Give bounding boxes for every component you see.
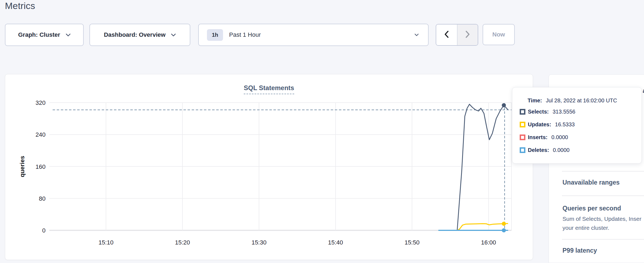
tooltip-series-value: 0.0000 (553, 147, 570, 153)
time-range-dropdown[interactable]: 1h Past 1 Hour (198, 24, 429, 46)
tooltip-series-row: Selects: 313.5556 (512, 105, 642, 118)
chevron-down-icon (66, 33, 71, 36)
now-button[interactable]: Now (483, 24, 515, 45)
tooltip-series-row: Inserts: 0.0000 (512, 131, 642, 144)
sidebar-item-unavailable-ranges: Unavailable ranges (562, 179, 620, 186)
tooltip-time-row: Time: Jul 28, 2022 at 16:02:00 UTC (512, 96, 642, 105)
dashboard-label: Dashboard: Overview (104, 31, 165, 38)
tooltip-series-label: Selects: (528, 109, 549, 115)
tooltip-series-row: Deletes: 0.0000 (512, 144, 642, 157)
svg-text:15:20: 15:20 (175, 239, 190, 246)
svg-text:15:50: 15:50 (405, 239, 420, 246)
divider (562, 195, 644, 196)
chevron-left-icon (444, 30, 449, 39)
time-range-badge: 1h (207, 29, 223, 41)
page-title: Metrics (5, 1, 35, 11)
svg-text:240: 240 (35, 131, 46, 138)
graph-scope-label: Graph: Cluster (18, 31, 60, 38)
tooltip-series-row: Updates: 16.5333 (512, 118, 642, 131)
time-range-label: Past 1 Hour (229, 31, 261, 38)
sidebar-item-p99-latency: P99 latency (562, 247, 597, 254)
deletes-series-swatch-icon (520, 147, 525, 153)
clipped-sidebar-text: a (643, 87, 644, 94)
svg-text:queries: queries (19, 156, 26, 177)
tooltip-time-value: Jul 28, 2022 at 16:02:00 UTC (546, 97, 617, 104)
chevron-down-icon (171, 33, 176, 36)
chevron-down-icon (414, 33, 419, 36)
tooltip-time-label: Time: (528, 97, 542, 104)
svg-text:0: 0 (42, 227, 46, 234)
svg-text:80: 80 (39, 195, 46, 202)
dashboard-dropdown[interactable]: Dashboard: Overview (89, 24, 190, 46)
svg-text:15:40: 15:40 (328, 239, 343, 246)
selects-series-swatch-icon (520, 109, 525, 115)
metrics-page: Metrics Graph: Cluster Dashboard: Overvi… (0, 0, 644, 263)
tooltip-series-label: Inserts: (528, 134, 547, 140)
updates-series-swatch-icon (520, 122, 525, 127)
svg-text:16:00: 16:00 (481, 239, 496, 246)
chart-hover-tooltip: Time: Jul 28, 2022 at 16:02:00 UTC Selec… (512, 87, 642, 164)
svg-text:15:10: 15:10 (98, 239, 113, 246)
sql-statements-panel: SQL Statements 08016024032015:1015:2015:… (5, 74, 533, 260)
svg-text:320: 320 (35, 99, 46, 106)
divider (562, 239, 644, 240)
tooltip-series-label: Deletes: (528, 147, 549, 153)
divider (562, 171, 644, 172)
now-button-label: Now (492, 31, 505, 38)
svg-text:160: 160 (35, 163, 46, 170)
next-time-window-button[interactable] (457, 25, 478, 45)
time-step-button-group (436, 24, 478, 46)
tooltip-series-value: 0.0000 (551, 134, 568, 140)
graph-scope-dropdown[interactable]: Graph: Cluster (5, 24, 84, 46)
tooltip-series-value: 313.5556 (553, 109, 575, 115)
sql-statements-chart[interactable]: 08016024032015:1015:2015:3015:4015:5016:… (5, 74, 533, 260)
tooltip-series-value: 16.5333 (555, 121, 575, 128)
sidebar-item-queries-per-second: Queries per second (562, 205, 621, 212)
sidebar-item-description-line: your entire cluster. (562, 225, 609, 231)
previous-time-window-button[interactable] (436, 25, 457, 45)
svg-text:15:30: 15:30 (251, 239, 266, 246)
chevron-right-icon (465, 30, 470, 39)
tooltip-series-label: Updates: (528, 121, 551, 128)
inserts-series-swatch-icon (520, 134, 525, 140)
sidebar-item-description-line: Sum of Selects, Updates, Inser (562, 216, 641, 222)
